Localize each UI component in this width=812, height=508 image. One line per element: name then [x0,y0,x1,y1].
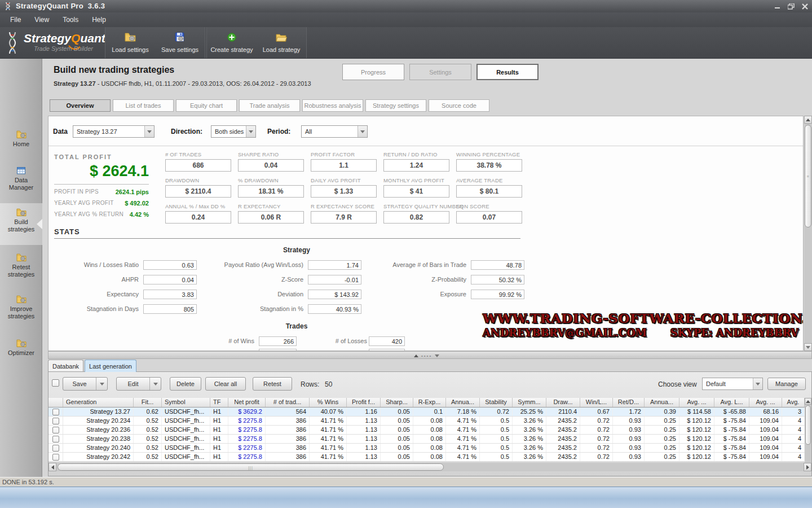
scroll-thumb[interactable]: ||| [58,463,444,471]
create-strategy-button[interactable]: Create strategy [207,27,257,58]
table-row[interactable]: Strategy 20.2380.52USDCHF_fh...H1$ 2275.… [48,435,805,444]
menu-file[interactable]: File [3,14,28,26]
column-header[interactable]: Sharp... [381,398,413,407]
scroll-thumb[interactable]: ≡ [805,125,811,227]
table-cell: 109.04 [749,444,782,452]
sidebar-item-home[interactable]: Home [0,125,42,158]
load-settings-button[interactable]: Load settings [105,27,155,58]
strategy-name: Strategy 13.27 [54,80,96,87]
period-select[interactable]: All [301,125,368,138]
column-header[interactable]: Symbol [162,398,210,407]
column-header[interactable]: Profit f... [347,398,381,407]
column-header[interactable]: Ret/D... [613,398,645,407]
column-header[interactable]: % Wins [310,398,347,407]
results-button[interactable]: Results [476,64,539,80]
column-header[interactable]: Annua... [645,398,679,407]
tab-source-code[interactable]: Source code [429,99,489,112]
column-header[interactable]: Generation [63,398,134,407]
column-header[interactable]: Avg. ... [679,398,714,407]
column-header[interactable]: Avg. [782,398,805,407]
column-header[interactable]: Avg. ... [749,398,782,407]
tab-equity-chart[interactable]: Equity chart [176,99,237,112]
status-bar: DONE in 53.192 s. [0,477,812,487]
chevron-down-icon[interactable] [96,378,107,390]
row-checkbox[interactable] [52,409,59,415]
sidebar-item-retest-strategies[interactable]: Retest strategies [0,248,42,289]
scroll-thumb[interactable] [805,405,811,445]
row-checkbox[interactable] [52,418,59,424]
scroll-up-button[interactable] [804,116,812,124]
scroll-left-button[interactable] [48,463,56,471]
tab-trade-analysis[interactable]: Trade analysis [239,99,300,112]
tab-strategy-settings[interactable]: Strategy settings [365,99,426,112]
column-header[interactable]: # of trad... [266,398,310,407]
progress-button[interactable]: Progress [342,64,404,80]
tab-list-of-trades[interactable]: List of trades [113,99,174,112]
column-header[interactable]: Fit... [134,398,162,407]
tab-robustness-analysis[interactable]: Robustness analysis [302,99,363,112]
column-header[interactable]: Stability [480,398,513,407]
stat-value: 0.04 [143,275,197,284]
load-strategy-button[interactable]: Load strategy [257,27,306,58]
table-cell: 0.93 [613,453,645,461]
column-header[interactable]: Avg. L... [714,398,749,407]
selected-notch [37,219,42,229]
overview-scrollbar[interactable]: ≡ [804,116,812,351]
tab-databank[interactable]: Databank [48,360,83,372]
save-button[interactable]: Save [63,377,108,391]
view-select[interactable]: Default [702,378,763,390]
save-settings-button[interactable]: Save settings [155,27,205,58]
tab-last-generation[interactable]: Last generation [85,360,136,372]
table-row[interactable]: Strategy 20.2340.52USDCHF_fh...H1$ 2275.… [48,417,805,426]
column-header[interactable]: R-Exp... [413,398,446,407]
table-row[interactable]: Strategy 20.2420.52USDCHF_fh...H1$ 2275.… [48,453,805,462]
table-hscrollbar[interactable]: ||| [48,463,811,471]
collapse-up-icon[interactable] [414,354,418,357]
retest-button[interactable]: Retest [253,377,292,391]
table-row[interactable]: Strategy 20.2400.52USDCHF_fh...H1$ 2275.… [48,444,805,453]
tab-overview[interactable]: Overview [50,99,111,112]
clear-all-button[interactable]: Clear all [205,377,246,391]
scroll-up-button[interactable] [805,398,811,405]
table-scrollbar[interactable] [805,398,811,471]
delete-button[interactable]: Delete [170,377,201,391]
sidebar-item-optimizer[interactable]: Optimizer [0,334,42,367]
close-button[interactable] [800,2,810,10]
row-checkbox[interactable] [52,454,59,461]
table-row[interactable]: Strategy 20.2360.52USDCHF_fh...H1$ 2275.… [48,426,805,435]
sidebar-item-data-manager[interactable]: Data Manager [0,161,42,201]
panel-splitter[interactable]: •••• [48,351,812,359]
menu-view[interactable]: View [28,14,56,26]
row-checkbox[interactable] [52,436,59,443]
menu-help[interactable]: Help [85,14,113,26]
metric-label: # OF TRADES [165,151,238,157]
menu-tools[interactable]: Tools [56,14,85,26]
column-header[interactable]: Annua... [446,398,480,407]
table-cell: $ 2275.8 [228,453,266,461]
column-header[interactable]: Draw... [546,398,580,407]
chevron-down-icon[interactable] [149,378,161,390]
table-cell: $ -75.84 [714,426,749,434]
edit-button[interactable]: Edit [116,377,161,391]
scroll-down-button[interactable] [804,343,812,351]
metric-value: $ 80.1 [456,185,522,198]
direction-select[interactable]: Both sides [211,125,256,138]
column-header[interactable]: Net profit [228,398,266,407]
splitter-handle[interactable]: •••• [414,353,439,358]
select-all-checkbox[interactable] [52,379,59,387]
column-header[interactable]: Win/L... [580,398,613,407]
sidebar-item-improve-strategies[interactable]: Improve strategies [0,290,42,331]
row-checkbox[interactable] [52,445,59,452]
manage-button[interactable]: Manage [767,378,806,390]
column-header[interactable]: TF [210,398,228,407]
collapse-down-icon[interactable] [435,354,439,357]
settings-button[interactable]: Settings [409,64,471,80]
sidebar-item-build-strategies[interactable]: Build strategies [0,203,42,245]
minimize-button[interactable] [773,2,783,10]
data-select[interactable]: Strategy 13.27 [73,125,155,138]
row-checkbox[interactable] [52,427,59,433]
restore-button[interactable] [786,2,796,10]
column-header[interactable]: Symm... [513,398,546,407]
table-row[interactable]: Strategy 13.270.62USDCHF_fh...H1$ 3629.2… [48,408,805,417]
scroll-right-button[interactable] [804,463,811,471]
